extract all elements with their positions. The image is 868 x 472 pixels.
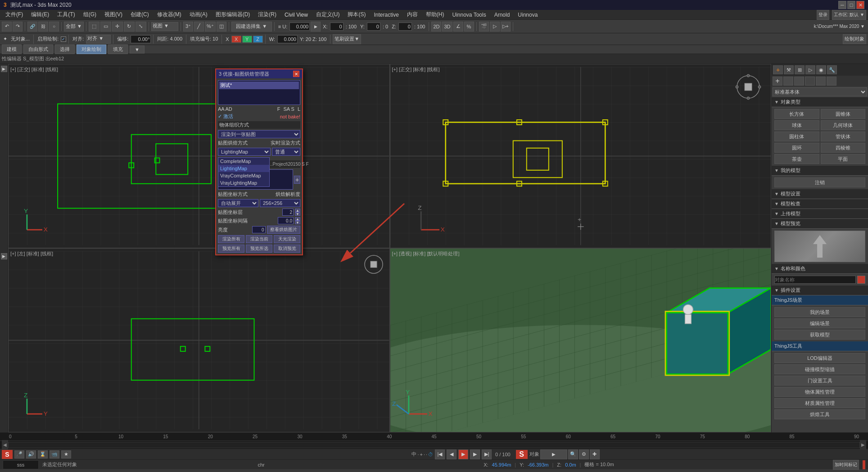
rp-create-btn[interactable]: + [773,65,783,74]
dropdown-popup[interactable]: CompleteMap LightingMap VrayCompleteMap … [218,157,270,187]
build-select-btn[interactable]: 园建选择集 ▼ [231,22,272,32]
uv-channel-input[interactable] [282,209,294,216]
obj-tube-btn[interactable]: 管状体 [821,132,866,141]
bake-mode-dropdown[interactable]: LightingMap CompleteMap VrayCompleteMap … [218,148,271,156]
x-lock-btn[interactable]: X [231,36,241,43]
menu-modify[interactable]: 修改器(M) [154,10,185,19]
obj-cone-btn[interactable]: 圆锥体 [821,109,866,119]
rp-add-new[interactable]: + [773,77,782,86]
rotation-gizmo-bl[interactable] [362,253,385,276]
preview-all-btn[interactable]: 预览所有 [218,245,244,253]
bind-button[interactable]: ○ [49,22,59,32]
menu-custom[interactable]: 自定义(U) [312,10,344,19]
menu-script[interactable]: 脚本(S) [344,10,369,19]
rp-color-swatch-btn[interactable] [805,77,815,86]
cancel-preview-btn[interactable]: 取消预览 [274,245,300,253]
tab-object-paint[interactable]: 对象绘制 [77,45,106,54]
menu-tools[interactable]: 工具(T) [54,10,78,19]
extra-btn1[interactable]: ⚙ [579,449,589,459]
render-target-dropdown[interactable]: 渲染到一张贴图 [218,130,300,138]
tab-build[interactable]: 建模 [2,45,22,54]
login-button[interactable]: 登录 [817,10,829,20]
frame-input-area[interactable] [3,460,39,469]
track-bar[interactable] [8,442,860,448]
viewport-bottomleft[interactable]: [+] [左] [标准] [线框] [8,248,390,432]
rotation-gizmo[interactable] [735,73,762,100]
rp-name-color-header[interactable]: ▼ 名称和颜色 [772,264,868,274]
render-active-btn[interactable]: ▷+ [501,22,511,32]
move-btn[interactable]: ✛ [112,22,123,32]
obj-cylinder-btn[interactable]: 圆柱体 [774,132,819,141]
uv-mode-dropdown[interactable]: 自动展开 [218,199,258,207]
view-bake-btn[interactable]: 察看烘焙图片 [267,226,301,234]
menu-uinnova[interactable]: Uinnova [514,11,541,19]
anim-prev-key[interactable]: |◀ [435,449,445,459]
maximize-button[interactable]: □ [847,1,855,9]
menu-graph[interactable]: 图形编辑器(D) [212,10,254,19]
z-lock-btn[interactable]: Z [253,36,263,43]
render-frame-btn[interactable]: ▷ [490,22,500,32]
add-object-btn[interactable]: + [294,176,300,184]
sky-render-btn[interactable]: 天光渲染 [274,235,300,243]
close-button[interactable]: ✕ [856,1,864,9]
anim-mic-btn[interactable]: 🎤 [14,450,24,458]
extra-btn2[interactable]: ✚ [590,449,600,459]
track-left-btn[interactable]: ◀ [2,440,8,450]
rotate-btn[interactable]: ↻ [124,22,135,32]
anim-next-key[interactable]: ▶| [482,449,492,459]
pct-btn[interactable]: %⁺ [205,22,216,32]
obj-torus-btn[interactable]: 圆环 [774,143,819,153]
bake-dialog-close[interactable]: ✕ [293,71,299,77]
rp-motion-btn[interactable]: ▷ [805,65,815,74]
render-select-btn[interactable]: ▶ [540,449,567,459]
left-strip-btn2[interactable]: ▶ [1,253,7,259]
obj-plane-btn[interactable]: 平面 [821,154,866,164]
obj-geosphere-btn[interactable]: 几何球体 [821,120,866,130]
uv-offset-input[interactable] [278,217,294,224]
anim-misc2[interactable]: 📹 [50,450,59,458]
search-btn[interactable]: 🔍 [568,449,578,459]
upload-btn[interactable]: 注销 [774,177,865,187]
viewport-topleft[interactable]: [+] [正交] [标准] [线框] [8,64,390,248]
rp-display-btn[interactable]: ◉ [816,65,826,74]
color-swatch[interactable] [857,276,865,284]
rp-misc1[interactable] [816,77,826,86]
menu-view[interactable]: 视图(V) [101,10,126,19]
rp-my-model-header[interactable]: ▼ 我的模型 [772,166,868,176]
scale-btn[interactable]: ⤡ [136,22,146,32]
minimize-button[interactable]: ─ [838,1,846,9]
menu-arnold[interactable]: Arnold [491,11,514,19]
menu-render[interactable]: 渲染(R) [254,10,280,19]
edit-scene-btn[interactable]: 编辑场景 [774,318,865,328]
undo-button[interactable]: ↶ [2,22,12,32]
brightness-input[interactable] [252,226,266,233]
snap-2d-btn[interactable]: 2D [431,22,441,32]
popup-item-4[interactable]: VrayLightingMap [218,179,269,186]
z-input[interactable] [398,23,412,31]
viewport-topright[interactable]: [+] [正交] [标准] [线框] [390,64,772,248]
tab-freeform[interactable]: 自由形式 [23,45,53,54]
frame-input[interactable] [5,461,36,469]
menu-interactive[interactable]: Interactive [370,11,402,19]
mirror-btn[interactable]: 碰撞模型缩描 [774,364,865,374]
draw-object-btn[interactable]: 绘制对象 [843,34,866,44]
shape-btn[interactable]: ╱ [194,22,204,32]
tab-more[interactable]: ▼ [130,45,145,54]
obj-sphere-btn[interactable]: 球体 [774,120,819,130]
anim-speaker-btn[interactable]: 🔊 [26,450,36,458]
anim-misc1[interactable]: ⌛ [38,450,48,458]
render-all-btn[interactable]: 渲染所有 [218,235,244,243]
lod-editor-btn[interactable]: LOD编辑器 [774,353,865,363]
select-all-btn[interactable]: 全部 ▼ [64,22,84,32]
u-spin[interactable]: ▶ [311,22,321,32]
create-btn[interactable]: 3⁺ [183,22,193,32]
bake-tool-btn[interactable]: 烘焙工具 [774,409,865,419]
menu-content[interactable]: 内容 [403,10,421,19]
rp-model-preview-header[interactable]: ▼ 模型预览 [772,219,868,229]
y-input[interactable] [367,23,380,31]
rp-render-setup[interactable] [783,77,793,86]
bake-object-list[interactable]: 测试* [218,80,300,105]
x-input[interactable] [330,23,344,31]
u-input[interactable] [289,23,310,31]
offset-input[interactable] [131,35,151,43]
